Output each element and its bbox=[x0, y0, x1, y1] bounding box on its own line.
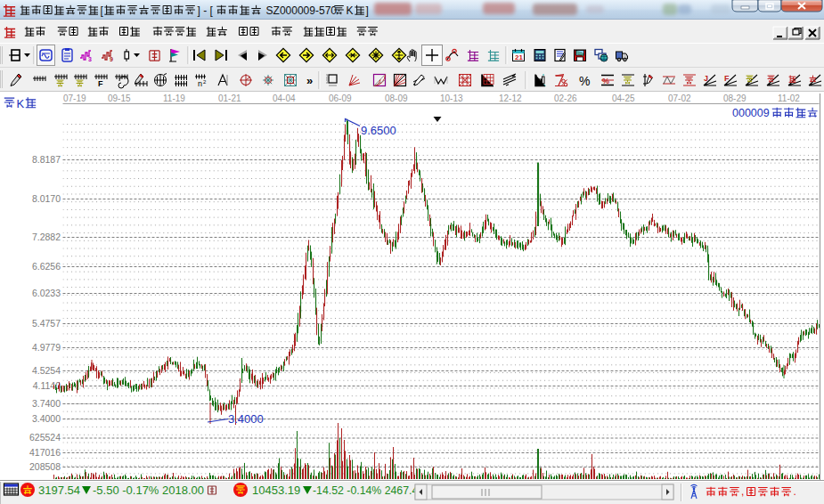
svg-text:08-09: 08-09 bbox=[385, 93, 408, 103]
svg-text:F: F bbox=[98, 79, 103, 88]
svg-text:4.9779: 4.9779 bbox=[32, 342, 61, 353]
svg-text:3.7400: 3.7400 bbox=[32, 398, 61, 409]
svg-text:K: K bbox=[17, 97, 25, 110]
svg-text:]: ] bbox=[366, 4, 369, 17]
svg-text:3.4000: 3.4000 bbox=[228, 412, 264, 426]
svg-text:12-12: 12-12 bbox=[499, 93, 522, 103]
svg-text:-14.52 -0.14% 2467.4: -14.52 -0.14% 2467.4 bbox=[313, 484, 418, 497]
svg-text:06-09: 06-09 bbox=[329, 93, 352, 103]
svg-text:3.4000: 3.4000 bbox=[32, 413, 61, 424]
svg-text:01-21: 01-21 bbox=[218, 93, 241, 103]
svg-text:7.2882: 7.2882 bbox=[32, 232, 61, 242]
svg-text:10-13: 10-13 bbox=[440, 93, 463, 103]
svg-text:4.5254: 4.5254 bbox=[32, 365, 61, 376]
svg-text:6.6256: 6.6256 bbox=[32, 261, 61, 272]
svg-text:SZ000009-570: SZ000009-570 bbox=[266, 4, 338, 17]
svg-text:11-02: 11-02 bbox=[778, 93, 800, 103]
svg-text:n: n bbox=[198, 79, 202, 88]
svg-text:09-15: 09-15 bbox=[108, 93, 131, 103]
svg-text:%: % bbox=[602, 77, 609, 85]
svg-text:417016: 417016 bbox=[29, 447, 61, 458]
svg-text:9.6500: 9.6500 bbox=[361, 124, 396, 137]
svg-text:] - [: ] - [ bbox=[198, 4, 214, 17]
svg-text:K: K bbox=[347, 4, 354, 17]
svg-text:07-02: 07-02 bbox=[668, 93, 691, 103]
svg-text:6.0233: 6.0233 bbox=[32, 288, 61, 298]
svg-text:,: , bbox=[741, 485, 744, 498]
svg-text:000009: 000009 bbox=[732, 107, 770, 119]
svg-text:208508: 208508 bbox=[29, 461, 61, 472]
svg-text:02-26: 02-26 bbox=[554, 93, 577, 103]
svg-text:F: F bbox=[724, 74, 730, 83]
svg-text:3: 3 bbox=[88, 56, 92, 62]
svg-text:5.4757: 5.4757 bbox=[32, 318, 61, 329]
svg-text:%: % bbox=[579, 74, 590, 88]
svg-text:11-19: 11-19 bbox=[163, 93, 185, 103]
svg-text:10453.19: 10453.19 bbox=[252, 484, 300, 497]
svg-text:-5.50 -0.17% 2018.00: -5.50 -0.17% 2018.00 bbox=[93, 484, 204, 497]
svg-text:07-19: 07-19 bbox=[63, 93, 86, 103]
svg-text:»: » bbox=[306, 74, 313, 87]
svg-text:J: J bbox=[704, 74, 708, 83]
svg-text:8.0170: 8.0170 bbox=[32, 193, 61, 204]
svg-text:625524: 625524 bbox=[29, 432, 61, 443]
svg-text:.: . bbox=[793, 485, 795, 498]
svg-text:8.8187: 8.8187 bbox=[32, 154, 61, 165]
svg-text:04-25: 04-25 bbox=[612, 93, 635, 103]
svg-text:9: 9 bbox=[110, 56, 113, 62]
svg-text:08-29: 08-29 bbox=[723, 93, 746, 103]
svg-text:3197.54: 3197.54 bbox=[38, 484, 80, 497]
svg-text:04-04: 04-04 bbox=[273, 93, 296, 103]
svg-text:21: 21 bbox=[515, 53, 523, 61]
